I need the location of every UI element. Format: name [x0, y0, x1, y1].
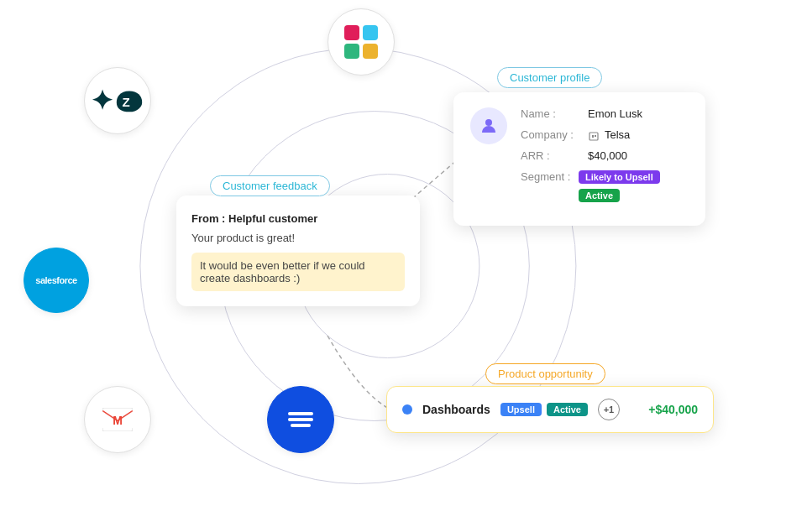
feedback-card: From : Helpful customer Your product is …	[176, 196, 420, 306]
opportunity-badges: Upsell Active	[500, 403, 588, 416]
svg-text:M: M	[113, 414, 123, 427]
user-icon	[479, 116, 499, 136]
gmail-svg: M	[102, 408, 133, 431]
upsell-badge: Upsell	[500, 403, 542, 416]
feedback-label: Customer feedback	[210, 175, 330, 196]
building-icon	[588, 129, 600, 141]
zendesk-logo: ✦	[91, 85, 113, 117]
plus-badge: +1	[598, 399, 620, 420]
opportunity-label: Product opportunity	[485, 363, 605, 384]
svg-text:Z: Z	[122, 95, 129, 109]
intercom-logo	[288, 412, 313, 427]
profile-segment-row: Segment : Likely to Upsell Active	[521, 170, 689, 202]
profile-arr-row: ARR : $40,000	[521, 149, 689, 162]
opportunity-name: Dashboards	[422, 403, 490, 416]
feedback-text1: Your product is great!	[191, 232, 405, 244]
profile-company-row: Company : Telsa	[521, 128, 689, 141]
likely-upsell-badge: Likely to Upsell	[579, 170, 660, 184]
active-badge: Active	[579, 189, 620, 202]
gmail-icon-bubble: M	[84, 386, 151, 453]
profile-label: Customer profile	[497, 67, 602, 88]
profile-avatar	[470, 107, 507, 144]
profile-card: Name : Emon Lusk Company : Telsa	[453, 92, 705, 226]
feedback-highlight: It would be even better if we could crea…	[191, 253, 405, 291]
opportunity-card: Dashboards Upsell Active +1 +$40,000	[386, 386, 714, 433]
feedback-from: From : Helpful customer	[191, 212, 405, 225]
salesforce-logo: salesforce	[35, 275, 76, 285]
slack-logo	[344, 25, 378, 59]
intercom-icon-bubble	[267, 386, 334, 453]
segment-badges: Likely to Upsell Active	[579, 170, 689, 202]
opportunity-amount: +$40,000	[648, 403, 698, 416]
profile-name-row: Name : Emon Lusk	[521, 107, 689, 120]
profile-avatar-row: Name : Emon Lusk Company : Telsa	[470, 107, 689, 211]
profile-fields: Name : Emon Lusk Company : Telsa	[521, 107, 689, 211]
zendesk-icon-bubble: ✦ Z	[84, 67, 151, 134]
salesforce-icon-bubble: salesforce	[24, 248, 89, 313]
main-canvas: ✦ Z salesforce M	[0, 0, 786, 532]
slack-icon-bubble	[328, 8, 395, 76]
active-badge-opp: Active	[547, 403, 588, 416]
opportunity-dot	[402, 404, 412, 415]
svg-rect-5	[592, 135, 594, 138]
svg-point-3	[485, 119, 492, 126]
svg-rect-6	[595, 135, 596, 137]
zendesk-svg: Z	[113, 85, 145, 117]
